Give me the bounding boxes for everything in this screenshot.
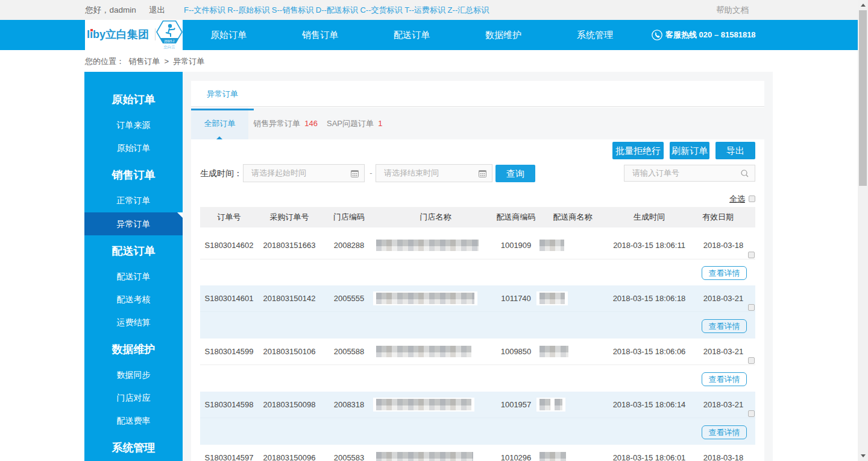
svg-text:跨联5.2: 跨联5.2 xyxy=(165,39,175,43)
svg-text:立白云: 立白云 xyxy=(163,45,175,49)
